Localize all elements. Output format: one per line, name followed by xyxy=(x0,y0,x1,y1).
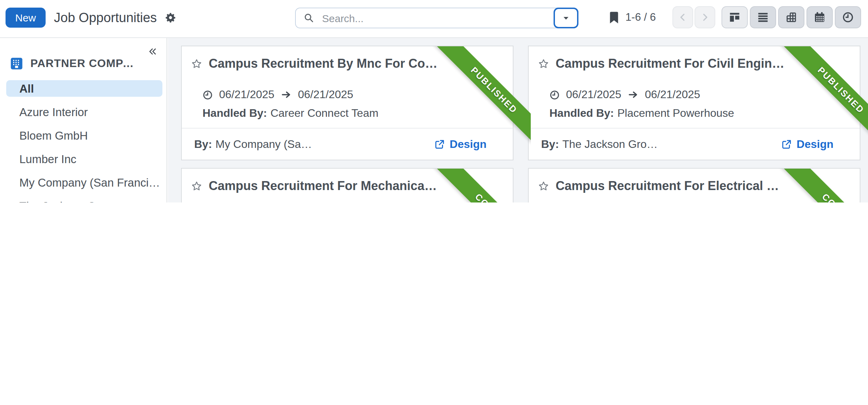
kanban-card[interactable]: Campus Recruitment For Mechanica… 06/21/… xyxy=(181,168,513,202)
bookmark-icon[interactable] xyxy=(609,11,619,23)
kanban-card[interactable]: Campus Recruitment By Mnc For Co… 06/21/… xyxy=(181,46,513,160)
handled-by-value: Placement Powerhouse xyxy=(617,107,734,120)
top-bar: New Job Opportunities 1-6 / 6 xyxy=(0,0,868,38)
kanban-view: Campus Recruitment By Mnc For Co… 06/21/… xyxy=(168,38,868,202)
partner-company-sidebar: PARTNER COMPANY All Azure Interior Bloem… xyxy=(0,38,167,202)
view-switcher xyxy=(721,6,861,28)
design-link-label: Design xyxy=(450,138,487,150)
arrow-right-icon xyxy=(281,89,292,100)
card-footer: By: My Company (Sa… Design xyxy=(182,128,513,160)
calendar-view-icon[interactable] xyxy=(806,6,833,28)
sidebar-item-label: All xyxy=(19,82,34,95)
by-label: By: xyxy=(541,138,559,150)
list-view-icon[interactable] xyxy=(750,6,776,28)
card-title[interactable]: Campus Recruitment For Civil Engin… xyxy=(556,57,784,71)
pager-next-button[interactable] xyxy=(695,6,715,28)
external-link-icon xyxy=(434,139,445,150)
card-title[interactable]: Campus Recruitment By Mnc For Co… xyxy=(209,57,437,71)
card-title[interactable]: Campus Recruitment For Mechanica… xyxy=(209,179,437,194)
handled-by-value: Career Connect Team xyxy=(271,107,378,120)
kanban-card[interactable]: Campus Recruitment For Electrical … 06/2… xyxy=(528,168,860,202)
pivot-view-icon[interactable] xyxy=(778,6,804,28)
new-button[interactable]: New xyxy=(6,8,46,28)
sidebar-item[interactable]: My Company (San Franci… xyxy=(6,174,162,191)
design-link[interactable]: Design xyxy=(781,138,833,150)
card-body: Campus Recruitment For Civil Engin… 06/2… xyxy=(529,46,860,128)
page-title: Job Opportunities xyxy=(54,10,157,25)
card-body: Campus Recruitment For Mechanica… 06/21/… xyxy=(182,169,513,202)
kanban-view-icon[interactable] xyxy=(721,6,748,28)
sidebar-item[interactable]: Bloem GmbH xyxy=(6,127,162,144)
sidebar-item-label: Lumber Inc xyxy=(19,152,76,166)
job-opportunities-app: New Job Opportunities 1-6 / 6 xyxy=(0,0,868,202)
by-label: By: xyxy=(194,138,212,150)
search-bar xyxy=(295,8,578,28)
end-date: 06/21/2025 xyxy=(645,88,700,101)
by-value: My Company (Sa… xyxy=(216,138,312,150)
sidebar-item[interactable]: Lumber Inc xyxy=(6,151,162,167)
clock-icon xyxy=(202,90,213,100)
favorite-star-icon[interactable] xyxy=(191,58,202,70)
collapse-sidebar-icon[interactable] xyxy=(147,46,158,57)
favorite-star-icon[interactable] xyxy=(538,180,549,192)
sidebar-item[interactable]: Azure Interior xyxy=(6,104,162,120)
sidebar-section-title: PARTNER COMPANY xyxy=(30,57,141,70)
kanban-card[interactable]: Campus Recruitment For Civil Engin… 06/2… xyxy=(528,46,860,160)
start-date: 06/21/2025 xyxy=(566,88,621,101)
sidebar-item-label: The Jackson Group xyxy=(19,199,119,202)
arrow-right-icon xyxy=(628,89,639,100)
sidebar-item-label: My Company (San Franci… xyxy=(19,176,160,189)
clock-icon xyxy=(549,90,560,100)
external-link-icon xyxy=(781,139,792,150)
card-body: Campus Recruitment By Mnc For Co… 06/21/… xyxy=(182,46,513,128)
activity-view-icon[interactable] xyxy=(835,6,861,28)
search-options-toggle[interactable] xyxy=(554,8,578,28)
sidebar-item-label: Azure Interior xyxy=(19,105,88,119)
handled-by-label: Handled By: xyxy=(202,107,267,120)
card-body: Campus Recruitment For Electrical … 06/2… xyxy=(529,169,860,202)
by-value: The Jackson Gro… xyxy=(563,138,658,150)
kanban-grid: Campus Recruitment By Mnc For Co… 06/21/… xyxy=(181,46,860,202)
card-footer: By: The Jackson Gro… Design xyxy=(529,128,860,160)
pager-previous-button[interactable] xyxy=(672,6,693,28)
design-link-label: Design xyxy=(796,138,833,150)
gear-icon[interactable] xyxy=(164,12,176,23)
caret-down-icon xyxy=(561,13,571,23)
sidebar-section-header: PARTNER COMPANY xyxy=(10,57,167,70)
search-icon xyxy=(303,12,314,23)
search-input[interactable] xyxy=(321,11,554,25)
building-icon xyxy=(10,57,23,70)
end-date: 06/21/2025 xyxy=(298,88,353,101)
handled-by-label: Handled By: xyxy=(549,107,614,120)
favorite-star-icon[interactable] xyxy=(538,58,549,70)
sidebar-item[interactable]: All xyxy=(6,80,162,97)
pager: 1-6 / 6 xyxy=(625,11,656,23)
partner-company-list: All Azure Interior Bloem GmbH Lumber Inc… xyxy=(6,80,162,202)
favorite-star-icon[interactable] xyxy=(191,180,202,192)
card-title[interactable]: Campus Recruitment For Electrical … xyxy=(556,179,779,194)
design-link[interactable]: Design xyxy=(434,138,487,150)
start-date: 06/21/2025 xyxy=(219,88,274,101)
sidebar-item-label: Bloem GmbH xyxy=(19,129,88,142)
sidebar-item[interactable]: The Jackson Group xyxy=(6,198,162,202)
